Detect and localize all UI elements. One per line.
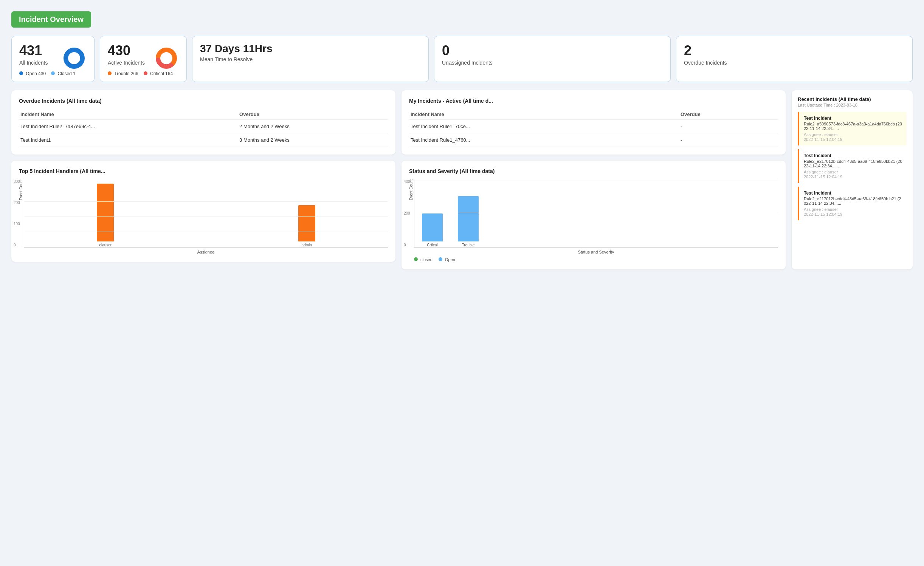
my-incidents-title: My Incidents - Active (All time d... bbox=[409, 98, 778, 104]
ss-bar-trouble-label: Trouble bbox=[462, 243, 475, 247]
overdue-incidents-panel: Overdue Incidents (All time data) Incide… bbox=[11, 90, 395, 155]
ss-x-axis-label: Status and Severity bbox=[414, 250, 778, 254]
my-incidents-col-overdue: Overdue bbox=[679, 109, 778, 120]
ss-chart-inner: 0 200 400 Crtical Trouble bbox=[414, 179, 778, 262]
incident-name: Test Incident Rule2_7a87e69c-4... bbox=[19, 119, 238, 133]
status-severity-title: Status and Severity (All time data) bbox=[409, 168, 778, 174]
ss-grid-400 bbox=[414, 179, 778, 179]
recent-item-time: 2022-11-15 12:04:19 bbox=[804, 212, 903, 217]
top-handlers-y-labels: 0 100 200 300 bbox=[14, 179, 20, 247]
recent-item-desc: Rule2_e217012b-cdd4-43d5-aa69-418fe650b … bbox=[804, 196, 903, 206]
ss-y-label-200: 200 bbox=[404, 211, 410, 215]
trouble-dot bbox=[108, 71, 112, 75]
ss-open-label: Open bbox=[445, 257, 455, 262]
table-row: Test Incident Rule2_7a87e69c-4...2 Month… bbox=[19, 119, 388, 133]
overdue-number: 2 bbox=[684, 43, 905, 58]
recent-item-title: Test Incident bbox=[804, 190, 903, 196]
kpi-row: 431 All Incidents Open 430 Closed 1 430 bbox=[11, 36, 913, 82]
ss-legend-closed: closed bbox=[414, 257, 433, 262]
open-dot bbox=[19, 71, 23, 75]
my-incidents-table: Incident Name Overdue Test Incident Rule… bbox=[409, 109, 778, 147]
ss-legend-open: Open bbox=[439, 257, 455, 262]
ss-bar-critical-rect bbox=[422, 213, 443, 241]
svg-point-2 bbox=[69, 53, 79, 63]
ss-bars-container: 0 200 400 Crtical Trouble bbox=[414, 179, 778, 247]
middle-column: My Incidents - Active (All time d... Inc… bbox=[402, 90, 786, 269]
top-handlers-title: Top 5 Incident Handlers (All time... bbox=[19, 168, 388, 174]
overdue-col-overdue: Overdue bbox=[238, 109, 388, 120]
recent-incidents-panel: Recent Incidents (All time data) Last Up… bbox=[792, 90, 913, 269]
ss-grid-200 bbox=[414, 213, 778, 213]
recent-item-assignee: Assignee : elauser bbox=[804, 207, 903, 212]
kpi-card-all-incidents: 431 All Incidents Open 430 Closed 1 bbox=[11, 36, 95, 82]
bar-admin-rect bbox=[298, 205, 315, 241]
recent-incident-item: Test Incident Rule2_e217012b-cdd4-43d5-a… bbox=[798, 187, 907, 220]
incident-overdue: - bbox=[679, 119, 778, 133]
ss-bar-critical: Crtical bbox=[422, 213, 443, 247]
closed-dot bbox=[51, 71, 55, 75]
legend-open: Open 430 bbox=[19, 71, 46, 76]
ss-bar-trouble: Trouble bbox=[458, 196, 479, 247]
page-title: Incident Overview bbox=[11, 11, 91, 28]
status-severity-chart-area: Event Count 0 200 400 bbox=[409, 179, 778, 262]
active-incidents-donut-container bbox=[153, 45, 180, 73]
mean-time-label: Mean Time to Resolve bbox=[200, 56, 421, 62]
kpi-card-active-incidents: 430 Active Incidents Trouble 266 Critica… bbox=[100, 36, 187, 82]
left-column: Overdue Incidents (All time data) Incide… bbox=[11, 90, 395, 269]
bar-elauser-label: elauser bbox=[99, 243, 112, 247]
unassigned-number: 0 bbox=[442, 43, 663, 58]
grid-line-100 bbox=[24, 232, 388, 232]
ss-closed-dot bbox=[414, 257, 418, 261]
my-incidents-col-name: Incident Name bbox=[409, 109, 679, 120]
bar-admin-label: admin bbox=[302, 243, 312, 247]
incident-overdue: 3 Months and 2 Weeks bbox=[238, 133, 388, 147]
ss-open-dot bbox=[439, 257, 442, 261]
recent-incidents-title: Recent Incidents (All time data) bbox=[798, 96, 907, 102]
ss-closed-label: closed bbox=[420, 257, 433, 262]
ss-bar-critical-label: Crtical bbox=[427, 243, 437, 247]
all-incidents-donut-container bbox=[61, 45, 87, 73]
recent-item-desc: Rule2_e217012b-cdd4-43d5-aa69-418fe650bb… bbox=[804, 159, 903, 168]
incident-name: Test Incident Rule1_70ce... bbox=[409, 119, 679, 133]
overdue-incidents-title: Overdue Incidents (All time data) bbox=[19, 98, 388, 104]
top-handlers-chart-area: Event Count 0 100 200 300 bbox=[19, 179, 388, 254]
ss-y-label-400: 400 bbox=[404, 179, 410, 184]
table-row: Test Incident13 Months and 2 Weeks bbox=[19, 133, 388, 147]
unassigned-label: Unassigned Incidents bbox=[442, 60, 663, 66]
right-column: Recent Incidents (All time data) Last Up… bbox=[792, 90, 913, 269]
bar-elauser: elauser bbox=[28, 184, 183, 247]
recent-incidents-subtitle: Last Updtaed Time : 2023-03-10 bbox=[798, 103, 907, 107]
recent-incident-item: Test Incident Rule2_e217012b-cdd4-43d5-a… bbox=[798, 149, 907, 183]
svg-point-5 bbox=[161, 53, 172, 63]
recent-item-desc: Rule2_a5990573-fdc8-467a-a3a3-a1a4da760b… bbox=[804, 122, 903, 131]
grid-line-300 bbox=[24, 201, 388, 202]
top-handlers-x-axis-label: Assignee bbox=[24, 250, 388, 254]
incident-overdue: - bbox=[679, 133, 778, 147]
recent-item-time: 2022-11-15 12:04:19 bbox=[804, 175, 903, 179]
incident-name: Test Incident Rule1_4760... bbox=[409, 133, 679, 147]
ss-y-labels: 0 200 400 bbox=[404, 179, 410, 247]
bar-admin: admin bbox=[229, 205, 384, 247]
mean-time-number: 37 Days 11Hrs bbox=[200, 43, 421, 55]
active-incidents-donut-chart bbox=[153, 45, 180, 71]
recent-items-container: Test Incident Rule2_a5990573-fdc8-467a-a… bbox=[798, 112, 907, 220]
status-severity-panel: Status and Severity (All time data) Even… bbox=[402, 161, 786, 269]
incident-name: Test Incident1 bbox=[19, 133, 238, 147]
overdue-col-name: Incident Name bbox=[19, 109, 238, 120]
critical-dot bbox=[144, 71, 147, 75]
kpi-card-overdue: 2 Overdue Incidents bbox=[676, 36, 913, 82]
overdue-label: Overdue Incidents bbox=[684, 60, 905, 66]
y-label-0: 0 bbox=[14, 243, 20, 247]
recent-item-title: Test Incident bbox=[804, 153, 903, 158]
recent-item-title: Test Incident bbox=[804, 116, 903, 121]
recent-item-assignee: Assignee : elauser bbox=[804, 132, 903, 137]
grid-line-200 bbox=[24, 217, 388, 217]
y-label-200: 200 bbox=[14, 201, 20, 205]
ss-legend: closed Open bbox=[414, 257, 778, 262]
all-incidents-donut-chart bbox=[61, 45, 87, 71]
main-grid: Overdue Incidents (All time data) Incide… bbox=[11, 90, 913, 269]
y-label-300: 300 bbox=[14, 179, 20, 184]
kpi-card-unassigned: 0 Unassigned Incidents bbox=[434, 36, 671, 82]
recent-item-assignee: Assignee : elauser bbox=[804, 170, 903, 174]
incident-overdue: 2 Months and 2 Weeks bbox=[238, 119, 388, 133]
